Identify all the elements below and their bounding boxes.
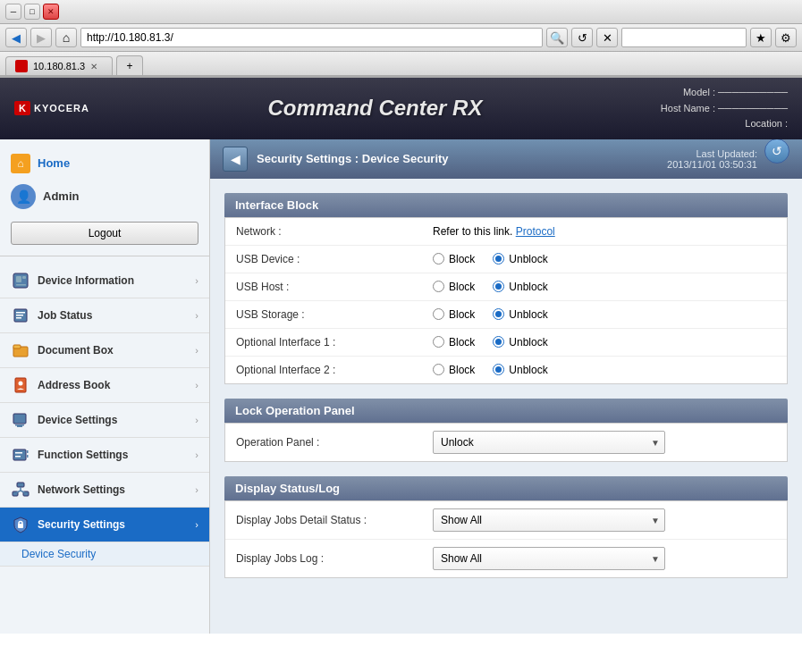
kyocera-logo: K KYOCERA xyxy=(14,101,89,115)
svg-rect-6 xyxy=(16,315,23,316)
minimize-button[interactable]: ─ xyxy=(5,4,21,20)
browser-nav-bar: ◀ ▶ ⌂ 🔍 ↺ ✕ ★ ⚙ xyxy=(0,24,802,52)
sidebar-item-network-settings[interactable]: Network Settings › xyxy=(0,473,209,508)
browser-back-button[interactable]: ◀ xyxy=(5,28,27,47)
security-settings-icon xyxy=(11,515,30,534)
sidebar: ⌂ Home 👤 Admin Logout Device Information… xyxy=(0,139,210,634)
sidebar-item-address-book[interactable]: Address Book › xyxy=(0,368,209,403)
svg-rect-14 xyxy=(15,424,24,426)
display-jobs-log-select[interactable]: Show All Hide All xyxy=(433,547,665,570)
usb-device-block-option[interactable]: Block xyxy=(433,253,475,265)
tab-bar: 10.180.81.3 ✕ + xyxy=(0,52,802,77)
svg-point-11 xyxy=(19,381,23,385)
network-label: Network : xyxy=(225,218,422,246)
usb-host-block-radio[interactable] xyxy=(433,281,444,292)
home-link[interactable]: ⌂ Home xyxy=(11,150,198,177)
browser-home-button[interactable]: ⌂ xyxy=(55,28,77,47)
usb-device-unblock-label: Unblock xyxy=(509,253,547,265)
browser-tab[interactable]: 10.180.81.3 ✕ xyxy=(5,56,113,75)
refresh-button[interactable]: ↺ xyxy=(571,28,593,47)
sidebar-item-function-settings[interactable]: Function Settings › xyxy=(0,438,209,473)
search-button[interactable]: 🔍 xyxy=(546,28,568,47)
refresh-button[interactable]: ↺ xyxy=(764,139,789,164)
logout-button[interactable]: Logout xyxy=(11,222,198,245)
last-updated-value: 2013/11/01 03:50:31 xyxy=(667,159,757,170)
address-bar[interactable] xyxy=(80,28,543,47)
logo-box: K xyxy=(14,101,30,115)
protocol-link[interactable]: Protocol xyxy=(516,225,555,238)
optional-1-unblock-radio[interactable] xyxy=(493,336,504,348)
stop-button[interactable]: ✕ xyxy=(596,28,618,47)
optional-interface-2-row: Optional Interface 2 : Block xyxy=(225,356,787,383)
optional-2-block-option[interactable]: Block xyxy=(433,364,475,376)
optional-1-unblock-option[interactable]: Unblock xyxy=(493,336,547,349)
browser-forward-button[interactable]: ▶ xyxy=(30,28,52,47)
document-box-arrow: › xyxy=(195,345,198,356)
device-settings-arrow: › xyxy=(195,415,198,425)
optional-2-block-radio[interactable] xyxy=(433,364,444,375)
sidebar-item-device-settings[interactable]: Device Settings › xyxy=(0,403,209,438)
maximize-button[interactable]: □ xyxy=(24,4,40,20)
panel-back-button[interactable]: ◀ xyxy=(223,147,248,172)
usb-storage-unblock-option[interactable]: Unblock xyxy=(493,308,547,321)
usb-host-unblock-option[interactable]: Unblock xyxy=(493,281,547,293)
usb-host-block-option[interactable]: Block xyxy=(433,281,475,293)
panel-header: ◀ Security Settings : Device Security La… xyxy=(210,139,802,179)
operation-panel-select[interactable]: Unlock Lock xyxy=(433,431,665,454)
optional-interface-1-row: Optional Interface 1 : Block xyxy=(225,328,787,356)
security-settings-label: Security Settings xyxy=(38,518,195,531)
usb-host-unblock-radio[interactable] xyxy=(493,281,504,292)
usb-storage-label: USB Storage : xyxy=(225,300,422,328)
optional-2-unblock-option[interactable]: Unblock xyxy=(493,364,547,376)
display-jobs-detail-label: Display Jobs Detail Status : xyxy=(225,501,422,540)
svg-rect-2 xyxy=(22,276,26,279)
sidebar-item-document-box[interactable]: Document Box › xyxy=(0,333,209,368)
favorites-button[interactable]: ★ xyxy=(750,28,772,47)
interface-block-table: Network : Refer to this link. Protocol U… xyxy=(225,218,787,383)
svg-rect-20 xyxy=(17,483,24,487)
user-icon: 👤 xyxy=(11,184,36,209)
optional-2-unblock-radio[interactable] xyxy=(493,364,504,375)
usb-host-row: USB Host : Block Unblock xyxy=(225,273,787,300)
optional-1-block-option[interactable]: Block xyxy=(433,336,475,349)
display-jobs-log-value: Show All Hide All ▼ xyxy=(422,539,787,577)
close-button[interactable]: ✕ xyxy=(43,4,59,20)
content-area: ⌂ Home 👤 Admin Logout Device Information… xyxy=(0,139,802,634)
browser-chrome: ─ □ ✕ ◀ ▶ ⌂ 🔍 ↺ ✕ ★ ⚙ 10.180.81.3 ✕ + xyxy=(0,0,802,78)
display-jobs-detail-select[interactable]: Show All Hide All xyxy=(433,508,665,532)
optional-interface-1-label: Optional Interface 1 : xyxy=(225,328,422,356)
usb-storage-block-radio[interactable] xyxy=(433,308,444,320)
svg-rect-1 xyxy=(16,276,21,282)
svg-rect-18 xyxy=(15,452,22,454)
usb-storage-value: Block Unblock xyxy=(422,300,787,328)
document-box-label: Document Box xyxy=(38,344,195,357)
usb-device-block-label: Block xyxy=(449,253,475,265)
interface-block-box: Network : Refer to this link. Protocol U… xyxy=(224,217,788,384)
settings-button[interactable]: ⚙ xyxy=(775,28,797,47)
svg-rect-5 xyxy=(16,312,25,314)
device-information-icon xyxy=(11,271,30,290)
sidebar-item-device-information[interactable]: Device Information › xyxy=(0,264,209,298)
usb-storage-unblock-radio[interactable] xyxy=(493,308,504,320)
optional-1-block-radio[interactable] xyxy=(433,336,444,348)
display-jobs-log-row: Display Jobs Log : Show All Hide All ▼ xyxy=(225,539,787,577)
usb-host-label: USB Host : xyxy=(225,273,422,300)
usb-device-unblock-radio[interactable] xyxy=(493,253,504,265)
panel-header-left: ◀ Security Settings : Device Security xyxy=(223,147,449,172)
usb-storage-block-option[interactable]: Block xyxy=(433,308,475,321)
usb-device-block-radio[interactable] xyxy=(433,253,444,265)
function-settings-icon xyxy=(11,445,30,465)
tab-close-button[interactable]: ✕ xyxy=(90,62,97,71)
display-jobs-detail-row: Display Jobs Detail Status : Show All Hi… xyxy=(225,501,787,540)
optional-interface-2-label: Optional Interface 2 : xyxy=(225,356,422,383)
new-tab-button[interactable]: + xyxy=(116,55,143,75)
sidebar-subitem-device-security[interactable]: Device Security xyxy=(0,542,209,567)
svg-rect-15 xyxy=(13,449,26,460)
sidebar-item-security-settings[interactable]: Security Settings › xyxy=(0,508,209,542)
sidebar-user-section: ⌂ Home 👤 Admin Logout xyxy=(0,139,209,256)
usb-device-unblock-option[interactable]: Unblock xyxy=(493,253,547,265)
usb-storage-radio-group: Block Unblock xyxy=(433,308,776,321)
browser-search-input[interactable] xyxy=(621,28,747,47)
sidebar-item-job-status[interactable]: Job Status › xyxy=(0,298,209,333)
address-book-icon xyxy=(11,375,30,395)
